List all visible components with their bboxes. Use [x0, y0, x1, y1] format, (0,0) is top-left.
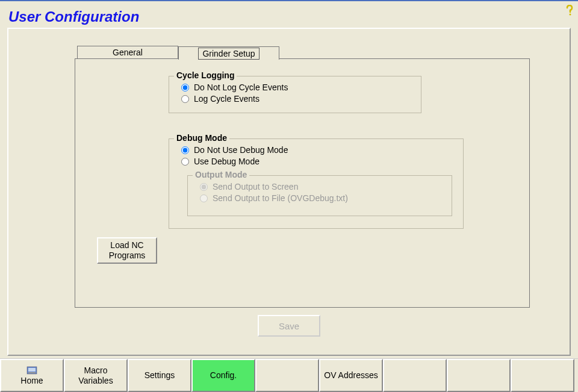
home-icon [26, 366, 38, 375]
nav-config[interactable]: Config. [191, 359, 255, 392]
radio-output-screen-input [200, 183, 208, 191]
radio-no-log-cycle-input[interactable] [181, 84, 189, 92]
nav-home[interactable]: Home [0, 359, 64, 392]
main-panel: General Grinder Setup Cycle Logging Do N… [7, 28, 571, 356]
radio-output-file: Send Output to File (OVGDebug.txt) [200, 193, 444, 203]
radio-log-cycle[interactable]: Log Cycle Events [181, 94, 414, 104]
debug-mode-legend: Debug Mode [174, 133, 229, 143]
output-mode-legend: Output Mode [193, 170, 249, 179]
bottom-nav: Home Macro Variables Settings Config. OV… [0, 358, 578, 392]
tab-general[interactable]: General [77, 46, 178, 59]
help-icon[interactable] [565, 5, 574, 17]
radio-use-debug[interactable]: Use Debug Mode [181, 157, 456, 166]
radio-use-debug-input[interactable] [181, 158, 189, 166]
tab-grinder-setup[interactable]: Grinder Setup [178, 46, 279, 60]
radio-output-screen: Send Output to Screen [200, 182, 444, 191]
cycle-logging-group: Cycle Logging Do Not Log Cycle Events Lo… [169, 76, 421, 113]
svg-rect-2 [28, 368, 36, 372]
radio-no-debug-input[interactable] [181, 146, 189, 154]
nav-settings[interactable]: Settings [128, 359, 191, 392]
tabs-container: General Grinder Setup Cycle Logging Do N… [75, 46, 530, 308]
nav-blank-2[interactable] [383, 359, 447, 392]
nav-blank-1[interactable] [255, 359, 319, 392]
svg-rect-3 [28, 372, 36, 373]
cycle-logging-legend: Cycle Logging [174, 70, 237, 80]
tab-content: Cycle Logging Do Not Log Cycle Events Lo… [75, 58, 530, 308]
save-button: Save [258, 315, 320, 337]
output-mode-group: Output Mode Send Output to Screen Send O… [187, 175, 452, 216]
debug-mode-group: Debug Mode Do Not Use Debug Mode Use Deb… [169, 138, 464, 229]
radio-no-debug[interactable]: Do Not Use Debug Mode [181, 145, 456, 155]
svg-point-0 [570, 14, 571, 16]
nav-blank-4[interactable] [511, 359, 574, 392]
radio-no-log-cycle[interactable]: Do Not Log Cycle Events [181, 82, 414, 92]
radio-output-file-input [200, 194, 208, 202]
page-title: User Configuration [8, 8, 139, 25]
radio-log-cycle-input[interactable] [181, 95, 189, 103]
nav-blank-3[interactable] [447, 359, 511, 392]
load-nc-programs-button[interactable]: Load NC Programs [97, 237, 157, 264]
nav-ov-addresses[interactable]: OV Addresses [319, 359, 383, 392]
nav-macro-variables[interactable]: Macro Variables [64, 359, 128, 392]
